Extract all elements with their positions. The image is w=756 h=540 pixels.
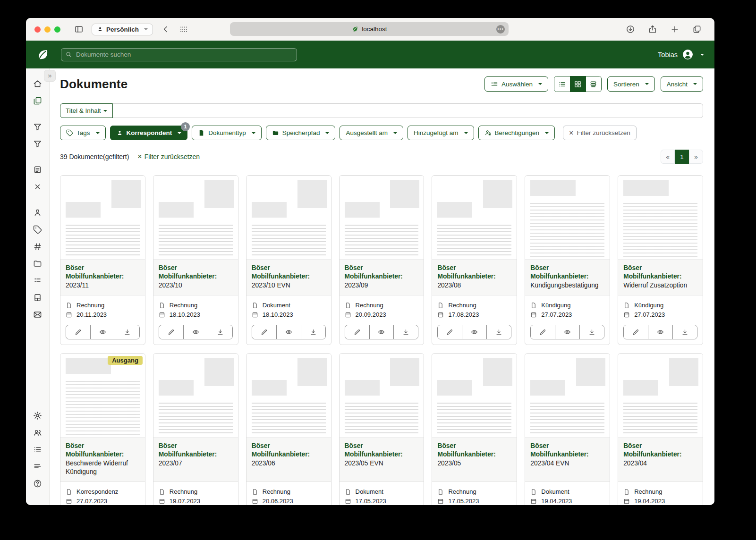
- filter-added-date-button[interactable]: Hinzugefügt am: [408, 126, 474, 140]
- sidebar-item-tasks[interactable]: [29, 441, 46, 458]
- zoom-window-button[interactable]: [54, 26, 60, 33]
- download-document-button[interactable]: [115, 325, 139, 339]
- edit-document-button[interactable]: [624, 325, 648, 339]
- document-thumbnail[interactable]: [525, 354, 610, 438]
- sidebar-item-users-groups[interactable]: [29, 424, 46, 441]
- filter-tags-button[interactable]: Tags: [60, 126, 106, 140]
- paperless-logo-icon[interactable]: [36, 48, 49, 61]
- views-button[interactable]: Ansicht: [661, 76, 703, 92]
- sidebar-item-custom-fields[interactable]: [29, 272, 46, 289]
- edit-document-button[interactable]: [159, 325, 183, 339]
- filter-document-type-button[interactable]: Dokumenttyp: [192, 126, 262, 140]
- address-bar[interactable]: localhost •••: [230, 22, 509, 36]
- document-title-link[interactable]: Böser Mobilfunkanbieter: 2023/11: [60, 260, 145, 295]
- document-thumbnail[interactable]: [340, 354, 424, 438]
- document-search-input[interactable]: [61, 48, 297, 61]
- page-number-button[interactable]: 1: [675, 150, 689, 164]
- search-field-dropdown[interactable]: Titel & Inhalt: [60, 103, 113, 118]
- document-thumbnail[interactable]: [525, 176, 610, 260]
- edit-document-button[interactable]: [252, 325, 276, 339]
- sidebar-item-saved-view-1[interactable]: [29, 118, 46, 135]
- sidebar-item-document-types[interactable]: [29, 289, 46, 306]
- reset-filters-button[interactable]: Filter zurücksetzen: [563, 126, 637, 140]
- share-button[interactable]: [646, 23, 659, 36]
- sidebar-item-notes[interactable]: [29, 161, 46, 178]
- sidebar-item-correspondents[interactable]: [29, 204, 46, 221]
- document-title-link[interactable]: Böser Mobilfunkanbieter: 2023/08: [432, 260, 517, 295]
- cards-view-button[interactable]: [586, 76, 601, 92]
- view-document-button[interactable]: [369, 325, 394, 339]
- new-tab-button[interactable]: [668, 23, 681, 36]
- edit-document-button[interactable]: [438, 325, 462, 339]
- document-title-link[interactable]: Böser Mobilfunkanbieter: 2023/10: [153, 260, 238, 295]
- sidebar-toggle-button[interactable]: [72, 23, 85, 36]
- document-thumbnail[interactable]: [153, 354, 238, 438]
- tab-groups-button[interactable]: [177, 23, 190, 36]
- grid-view-button[interactable]: [570, 76, 586, 92]
- expand-sidebar-button[interactable]: [44, 70, 56, 82]
- download-document-button[interactable]: [486, 325, 511, 339]
- document-thumbnail[interactable]: [340, 176, 424, 260]
- filter-storage-path-button[interactable]: Speicherpfad: [266, 126, 336, 140]
- document-thumbnail[interactable]: [618, 354, 703, 438]
- document-thumbnail[interactable]: [432, 176, 517, 260]
- download-document-button[interactable]: [301, 325, 325, 339]
- view-document-button[interactable]: [276, 325, 301, 339]
- document-title-link[interactable]: Böser Mobilfunkanbieter: 2023/05: [432, 438, 517, 482]
- view-document-button[interactable]: [555, 325, 579, 339]
- sidebar-item-help[interactable]: [29, 475, 46, 492]
- title-content-search-input[interactable]: [113, 103, 703, 118]
- close-window-button[interactable]: [34, 26, 41, 33]
- document-thumbnail[interactable]: [60, 176, 145, 260]
- document-title-link[interactable]: Böser Mobilfunkanbieter: 2023/04: [618, 438, 703, 482]
- document-title-link[interactable]: Böser Mobilfunkanbieter: 2023/09: [340, 260, 424, 295]
- document-thumbnail[interactable]: [246, 176, 331, 260]
- filter-created-date-button[interactable]: Ausgestellt am: [340, 126, 403, 140]
- document-thumbnail[interactable]: [618, 176, 703, 260]
- sidebar-item-settings[interactable]: [29, 407, 46, 424]
- reset-filters-link[interactable]: Filter zurücksetzen: [137, 153, 200, 160]
- document-title-link[interactable]: Böser Mobilfunkanbieter: 2023/07: [153, 438, 238, 482]
- download-document-button[interactable]: [672, 325, 697, 339]
- sidebar-item-mail[interactable]: [29, 306, 46, 323]
- document-title-link[interactable]: Böser Mobilfunkanbieter: 2023/10 EVN: [246, 260, 331, 295]
- filter-correspondent-button[interactable]: Korrespondent 1: [110, 126, 188, 140]
- download-document-button[interactable]: [579, 325, 604, 339]
- minimize-window-button[interactable]: [44, 26, 51, 33]
- more-options-icon[interactable]: •••: [496, 25, 505, 34]
- next-page-button[interactable]: [689, 150, 703, 164]
- back-button[interactable]: [159, 23, 172, 36]
- document-title-link[interactable]: Böser Mobilfunkanbieter: Kündigungsbestä…: [525, 260, 610, 295]
- document-thumbnail[interactable]: [246, 354, 331, 438]
- sort-button[interactable]: Sortieren: [607, 76, 655, 92]
- tab-overview-button[interactable]: [690, 23, 704, 36]
- sidebar-item-saved-view-2[interactable]: [29, 135, 46, 152]
- sidebar-item-close-view[interactable]: [29, 178, 46, 195]
- sidebar-item-tags[interactable]: [29, 221, 46, 238]
- document-title-link[interactable]: Böser Mobilfunkanbieter: Widerruf Zusatz…: [618, 260, 703, 295]
- document-thumbnail[interactable]: [432, 354, 517, 438]
- sidebar-item-documents[interactable]: [29, 92, 46, 109]
- edit-document-button[interactable]: [66, 325, 90, 339]
- view-document-button[interactable]: [648, 325, 672, 339]
- download-document-button[interactable]: [208, 325, 232, 339]
- list-view-button[interactable]: [554, 76, 570, 92]
- document-title-link[interactable]: Böser Mobilfunkanbieter: 2023/05 EVN: [340, 438, 424, 482]
- edit-document-button[interactable]: [531, 325, 555, 339]
- document-title-link[interactable]: Böser Mobilfunkanbieter: 2023/06: [246, 438, 331, 482]
- user-menu[interactable]: Tobias: [658, 49, 704, 60]
- filter-permissions-button[interactable]: Berechtigungen: [478, 126, 555, 140]
- select-button[interactable]: Auswählen: [484, 76, 548, 92]
- view-document-button[interactable]: [183, 325, 208, 339]
- prev-page-button[interactable]: [661, 150, 675, 164]
- view-document-button[interactable]: [462, 325, 486, 339]
- profile-switcher[interactable]: Persönlich: [92, 24, 153, 35]
- sidebar-item-storage-paths[interactable]: [29, 255, 46, 272]
- downloads-button[interactable]: [624, 23, 637, 36]
- view-document-button[interactable]: [90, 325, 115, 339]
- document-thumbnail[interactable]: Ausgang: [60, 354, 145, 438]
- document-title-link[interactable]: Böser Mobilfunkanbieter: Beschwerde Wide…: [60, 438, 145, 482]
- download-document-button[interactable]: [393, 325, 418, 339]
- edit-document-button[interactable]: [345, 325, 369, 339]
- document-title-link[interactable]: Böser Mobilfunkanbieter: 2023/04 EVN: [525, 438, 610, 482]
